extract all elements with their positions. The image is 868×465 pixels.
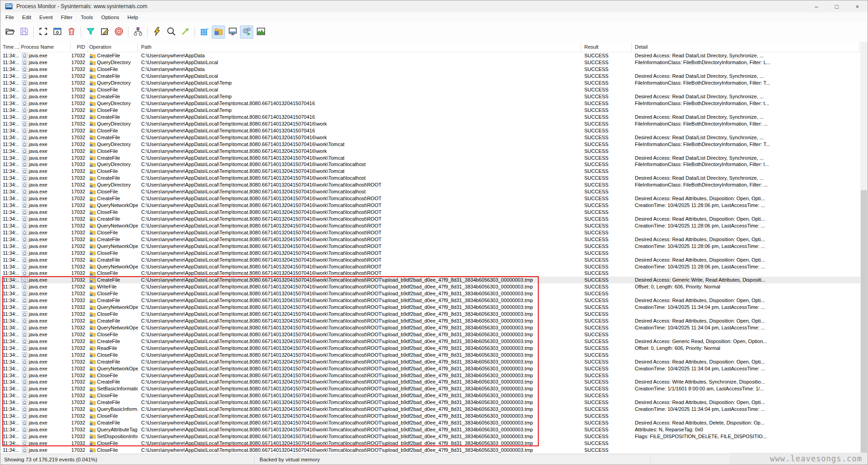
- event-row[interactable]: 11:34:...java.exe17032CloseFileC:\Users\…: [0, 66, 861, 73]
- clear-button[interactable]: [65, 25, 78, 39]
- event-row[interactable]: 11:34:...java.exe17032CloseFileC:\Users\…: [0, 331, 861, 338]
- event-row[interactable]: 11:34:...java.exe17032QueryDirectoryC:\U…: [0, 59, 861, 66]
- event-row[interactable]: 11:34:...java.exe17032SetDispositionInfo…: [0, 433, 861, 440]
- column-header-detail[interactable]: Detail: [632, 42, 859, 52]
- event-row[interactable]: 11:34:...java.exe17032CloseFileC:\Users\…: [0, 270, 861, 277]
- event-row[interactable]: 11:34:...java.exe17032QueryNetworkOpe...…: [0, 324, 861, 331]
- event-row[interactable]: 11:34:...java.exe17032CreateFileC:\Users…: [0, 338, 861, 344]
- event-row[interactable]: 11:34:...java.exe17032CloseFileC:\Users\…: [0, 413, 861, 420]
- cell-pid: 17032: [71, 256, 88, 263]
- event-row[interactable]: 11:34:...java.exe17032CloseFileC:\Users\…: [0, 392, 861, 399]
- event-row[interactable]: 11:34:...java.exe17032CreateFileC:\Users…: [0, 52, 861, 59]
- event-row[interactable]: 11:34:...java.exe17032CreateFileC:\Users…: [0, 318, 861, 324]
- event-row[interactable]: 11:34:...java.exe17032QueryNetworkOpe...…: [0, 365, 861, 372]
- event-row[interactable]: 11:34:...java.exe17032CloseFileC:\Users\…: [0, 209, 861, 216]
- cell-result: SUCCESS: [581, 344, 632, 351]
- filter-button[interactable]: [84, 25, 97, 39]
- event-row[interactable]: 11:34:...java.exe17032CloseFileC:\Users\…: [0, 168, 861, 175]
- event-row[interactable]: 11:34:...java.exe17032CreateFileC:\Users…: [0, 134, 861, 141]
- event-row[interactable]: 11:34:...java.exe17032CreateFileC:\Users…: [0, 154, 861, 161]
- menu-options[interactable]: Options: [97, 13, 123, 21]
- menu-filter[interactable]: Filter: [57, 13, 77, 21]
- event-row[interactable]: 11:34:...java.exe17032QueryDirectoryC:\U…: [0, 161, 861, 168]
- menu-event[interactable]: Event: [35, 13, 56, 21]
- event-row[interactable]: 11:34:...java.exe17032CloseFileC:\Users\…: [0, 372, 861, 379]
- java-icon: [21, 53, 28, 59]
- event-row[interactable]: 11:34:...java.exe17032CreateFileC:\Users…: [0, 236, 861, 243]
- event-row[interactable]: 11:34:...java.exe17032CloseFileC:\Users\…: [0, 229, 861, 236]
- event-row[interactable]: 11:34:...java.exe17032QueryNetworkOpe...…: [0, 202, 861, 209]
- column-header-process-name[interactable]: Process Name: [20, 42, 71, 52]
- column-header-result[interactable]: Result: [581, 42, 632, 52]
- column-header-operation[interactable]: Operation: [88, 42, 138, 52]
- event-row[interactable]: 11:34:...java.exe17032ReadFileC:\Users\a…: [0, 344, 861, 351]
- event-row[interactable]: 11:34:...java.exe17032CloseFileC:\Users\…: [0, 188, 861, 195]
- java-icon: [21, 338, 28, 344]
- event-row[interactable]: 11:34:...java.exe17032QueryNetworkOpe...…: [0, 243, 861, 249]
- event-row[interactable]: 11:34:...java.exe17032CreateFileC:\Users…: [0, 93, 861, 100]
- autoscroll-button[interactable]: [51, 25, 64, 39]
- find-button[interactable]: [164, 25, 178, 39]
- show-network-activity-button[interactable]: [226, 25, 239, 39]
- save-button[interactable]: [17, 25, 31, 39]
- event-row[interactable]: 11:34:...java.exe17032SetBasicInformatio…: [0, 385, 861, 392]
- event-row[interactable]: 11:34:...java.exe17032QueryBasicInform..…: [0, 406, 861, 413]
- event-row[interactable]: 11:34:...java.exe17032CloseFileC:\Users\…: [0, 440, 861, 446]
- cell-operation: CloseFile: [88, 372, 138, 379]
- menu-tools[interactable]: Tools: [77, 13, 97, 21]
- close-button[interactable]: ×: [847, 0, 868, 12]
- event-row[interactable]: 11:34:...java.exe17032QueryDirectoryC:\U…: [0, 120, 861, 127]
- event-row[interactable]: 11:34:...java.exe17032CreateFileC:\Users…: [0, 420, 861, 426]
- highlight-button[interactable]: [98, 25, 111, 39]
- process-tree-button[interactable]: [131, 25, 144, 39]
- event-row[interactable]: 11:34:...java.exe17032CreateFileC:\Users…: [0, 73, 861, 80]
- include-process-from-window-button[interactable]: [112, 25, 125, 39]
- show-filesystem-activity-button[interactable]: [212, 25, 225, 39]
- menu-help[interactable]: Help: [123, 13, 143, 21]
- event-row[interactable]: 11:34:...java.exe17032QueryNetworkOpe...…: [0, 263, 861, 270]
- vertical-scrollbar[interactable]: [860, 42, 868, 454]
- menu-file[interactable]: File: [1, 13, 18, 21]
- event-row[interactable]: 11:34:...java.exe17032CreateFileC:\Users…: [0, 113, 861, 120]
- event-row[interactable]: 11:34:...java.exe17032CreateFileC:\Users…: [0, 195, 861, 202]
- event-row[interactable]: 11:34:...java.exe17032CreateFileC:\Users…: [0, 358, 861, 365]
- open-button[interactable]: [3, 25, 16, 39]
- event-row[interactable]: 11:34:...java.exe17032QueryDirectoryC:\U…: [0, 80, 861, 86]
- event-row[interactable]: 11:34:...java.exe17032CloseFileC:\Users\…: [0, 351, 861, 358]
- show-process-activity-button[interactable]: [240, 25, 253, 39]
- minimize-button[interactable]: –: [806, 0, 827, 12]
- event-row[interactable]: 11:34:...java.exe17032CloseFileC:\Users\…: [0, 311, 861, 318]
- event-row[interactable]: 11:34:...java.exe17032CreateFileC:\Users…: [0, 297, 861, 304]
- event-row[interactable]: 11:34:...java.exe17032QueryAttributeTag.…: [0, 426, 861, 433]
- event-row[interactable]: 11:34:...java.exe17032QueryDirectoryC:\U…: [0, 100, 861, 107]
- event-row[interactable]: 11:34:...java.exe17032CloseFileC:\Users\…: [0, 290, 861, 297]
- event-row[interactable]: 11:34:...java.exe17032CreateFileC:\Users…: [0, 277, 861, 283]
- event-row[interactable]: 11:34:...java.exe17032WriteFileC:\Users\…: [0, 283, 861, 290]
- event-row[interactable]: 11:34:...java.exe17032CloseFileC:\Users\…: [0, 249, 861, 256]
- event-row[interactable]: 11:34:...java.exe17032QueryNetworkOpe...…: [0, 222, 861, 229]
- event-row[interactable]: 11:34:...java.exe17032CreateFileC:\Users…: [0, 399, 861, 406]
- event-row[interactable]: 11:34:...java.exe17032CreateFileC:\Users…: [0, 175, 861, 182]
- menu-edit[interactable]: Edit: [18, 13, 36, 21]
- event-row[interactable]: 11:34:...java.exe17032QueryNetworkOpe...…: [0, 304, 861, 311]
- event-row[interactable]: 11:34:...java.exe17032CreateFileC:\Users…: [0, 379, 861, 385]
- event-row[interactable]: 11:34:...java.exe17032CreateFileC:\Users…: [0, 256, 861, 263]
- capture-events-button[interactable]: [150, 25, 163, 39]
- show-registry-activity-button[interactable]: [198, 25, 211, 39]
- event-row[interactable]: 11:34:...java.exe17032CreateFileC:\Users…: [0, 216, 861, 222]
- event-row[interactable]: 11:34:...java.exe17032QueryDirectoryC:\U…: [0, 182, 861, 188]
- event-row[interactable]: 11:34:...java.exe17032CloseFileC:\Users\…: [0, 86, 861, 93]
- jump-to-button[interactable]: [179, 25, 192, 39]
- scrollbar-thumb[interactable]: [861, 190, 867, 453]
- event-row[interactable]: 11:34:...java.exe17032CloseFileC:\Users\…: [0, 127, 861, 134]
- maximize-button[interactable]: □: [827, 0, 847, 12]
- column-header-time[interactable]: Time ...: [0, 42, 20, 52]
- cell-detail: Desired Access: Read Data/List Directory…: [632, 93, 859, 100]
- event-row[interactable]: 11:34:...java.exe17032CloseFileC:\Users\…: [0, 107, 861, 114]
- column-header-path[interactable]: Path: [138, 42, 581, 52]
- show-profiling-events-button[interactable]: [254, 25, 267, 39]
- event-row[interactable]: 11:34:...java.exe17032CloseFileC:\Users\…: [0, 147, 861, 154]
- event-row[interactable]: 11:34:...java.exe17032QueryDirectoryC:\U…: [0, 141, 861, 147]
- column-header-pid[interactable]: PID: [71, 42, 88, 52]
- capture-button[interactable]: [36, 25, 50, 39]
